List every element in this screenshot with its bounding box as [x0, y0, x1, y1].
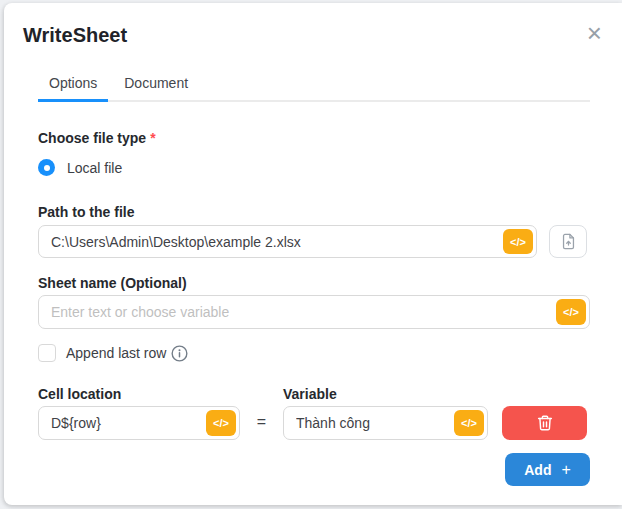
path-input[interactable]	[39, 226, 536, 257]
sheet-name-input-wrap: </>	[38, 295, 590, 329]
variable-insert-variable-button[interactable]: </>	[454, 410, 484, 436]
cell-location-input-wrap: </>	[38, 406, 240, 440]
writesheet-dialog: WriteSheet × Options Document Choose fil…	[4, 3, 622, 505]
add-button[interactable]: Add +	[505, 453, 590, 486]
trash-icon	[536, 414, 554, 432]
sheet-name-label: Sheet name (Optional)	[38, 275, 590, 291]
path-label: Path to the file	[38, 204, 590, 220]
required-asterisk: *	[150, 130, 155, 146]
equals-sign: =	[240, 413, 283, 440]
append-last-row-label: Append last row	[66, 345, 166, 361]
sheet-name-input[interactable]	[39, 296, 589, 328]
variable-input-wrap: </>	[283, 406, 488, 440]
cell-insert-variable-button[interactable]: </>	[206, 410, 236, 436]
sheet-insert-variable-button[interactable]: </>	[556, 299, 586, 325]
tab-options[interactable]: Options	[38, 67, 108, 100]
tab-bar: Options Document	[38, 67, 590, 102]
delete-row-button[interactable]	[502, 406, 587, 440]
dialog-body: Choose file type* Local file Path to the…	[4, 130, 622, 486]
info-icon[interactable]	[171, 345, 188, 362]
variable-label: Variable	[283, 386, 488, 402]
browse-file-button[interactable]	[549, 225, 587, 258]
cell-location-column: Cell location </>	[38, 386, 240, 440]
cell-location-label: Cell location	[38, 386, 240, 402]
dialog-title: WriteSheet	[23, 23, 127, 47]
add-row: Add +	[38, 453, 590, 486]
file-type-label: Choose file type*	[38, 130, 590, 146]
add-button-label: Add	[524, 462, 551, 478]
variable-column: Variable </>	[283, 386, 488, 440]
plus-icon: +	[561, 461, 570, 479]
mapping-row: Cell location </> = Variable </>	[38, 386, 590, 440]
local-file-radio-label: Local file	[67, 160, 122, 176]
radio-selected-icon[interactable]	[38, 159, 55, 176]
close-icon[interactable]: ×	[581, 23, 608, 43]
local-file-radio-row[interactable]: Local file	[38, 159, 590, 176]
dialog-header: WriteSheet ×	[4, 3, 622, 47]
tab-document[interactable]: Document	[124, 67, 188, 100]
append-last-row-checkbox[interactable]	[38, 344, 56, 362]
path-insert-variable-button[interactable]: </>	[503, 229, 533, 254]
append-last-row-row[interactable]: Append last row	[38, 344, 590, 362]
path-input-wrap: </>	[38, 225, 537, 258]
file-upload-icon	[560, 233, 577, 250]
path-row: </>	[38, 225, 590, 258]
